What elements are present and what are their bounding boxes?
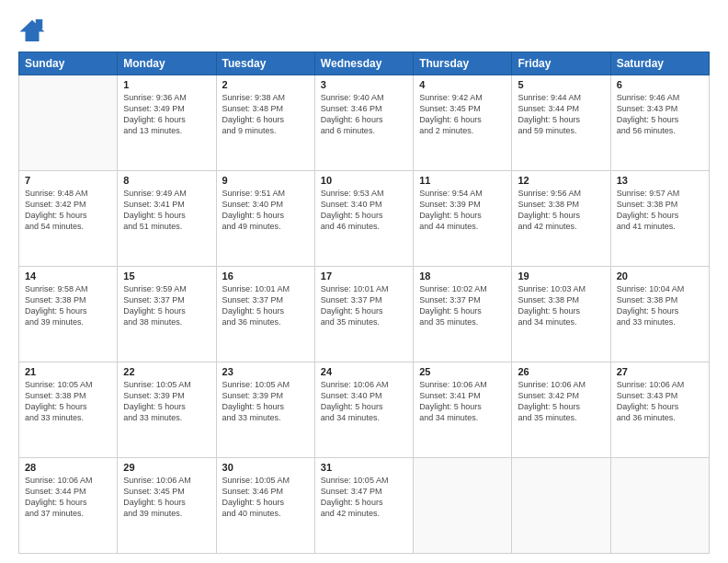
week-row-4: 28Sunrise: 10:06 AM Sunset: 3:44 PM Dayl… [19, 458, 710, 554]
calendar-cell: 3Sunrise: 9:40 AM Sunset: 3:46 PM Daylig… [314, 75, 413, 171]
weekday-header-sunday: Sunday [19, 52, 118, 75]
day-info: Sunrise: 10:01 AM Sunset: 3:37 PM Daylig… [321, 283, 407, 328]
weekday-header-monday: Monday [118, 52, 216, 75]
weekday-header-wednesday: Wednesday [314, 52, 413, 75]
day-number: 25 [419, 366, 506, 377]
calendar-cell: 14Sunrise: 9:58 AM Sunset: 3:38 PM Dayli… [19, 267, 118, 362]
day-number: 14 [25, 270, 111, 282]
day-info: Sunrise: 9:49 AM Sunset: 3:41 PM Dayligh… [123, 188, 210, 233]
calendar-cell: 6Sunrise: 9:46 AM Sunset: 3:43 PM Daylig… [610, 75, 709, 171]
day-number: 19 [518, 270, 604, 282]
weekday-header-tuesday: Tuesday [216, 52, 314, 75]
calendar-cell: 26Sunrise: 10:06 AM Sunset: 3:42 PM Dayl… [512, 362, 610, 458]
day-info: Sunrise: 9:51 AM Sunset: 3:40 PM Dayligh… [222, 188, 309, 233]
day-info: Sunrise: 10:03 AM Sunset: 3:38 PM Daylig… [518, 283, 604, 328]
day-info: Sunrise: 9:54 AM Sunset: 3:39 PM Dayligh… [419, 188, 506, 233]
day-number: 9 [222, 175, 309, 186]
calendar-cell: 11Sunrise: 9:54 AM Sunset: 3:39 PM Dayli… [414, 171, 512, 267]
calendar-cell: 30Sunrise: 10:05 AM Sunset: 3:46 PM Dayl… [216, 458, 314, 554]
day-info: Sunrise: 10:06 AM Sunset: 3:42 PM Daylig… [518, 379, 604, 424]
day-number: 30 [222, 462, 309, 473]
day-info: Sunrise: 9:46 AM Sunset: 3:43 PM Dayligh… [617, 92, 703, 137]
day-number: 18 [419, 270, 506, 282]
day-number: 10 [321, 175, 407, 186]
calendar-cell [610, 458, 709, 554]
day-info: Sunrise: 9:56 AM Sunset: 3:38 PM Dayligh… [518, 188, 604, 233]
day-number: 11 [419, 175, 506, 186]
day-info: Sunrise: 9:36 AM Sunset: 3:49 PM Dayligh… [123, 92, 210, 137]
day-info: Sunrise: 9:58 AM Sunset: 3:38 PM Dayligh… [25, 283, 111, 328]
calendar-cell: 9Sunrise: 9:51 AM Sunset: 3:40 PM Daylig… [216, 171, 314, 267]
day-number: 20 [617, 270, 703, 282]
day-number: 7 [25, 175, 111, 186]
weekday-header-friday: Friday [512, 52, 610, 75]
day-number: 17 [321, 270, 407, 282]
calendar-cell: 15Sunrise: 9:59 AM Sunset: 3:37 PM Dayli… [118, 267, 216, 362]
calendar-cell: 22Sunrise: 10:05 AM Sunset: 3:39 PM Dayl… [118, 362, 216, 458]
day-number: 16 [222, 270, 309, 282]
day-info: Sunrise: 9:40 AM Sunset: 3:46 PM Dayligh… [321, 92, 407, 137]
calendar-cell: 24Sunrise: 10:06 AM Sunset: 3:40 PM Dayl… [314, 362, 413, 458]
day-number: 5 [518, 79, 604, 90]
weekday-header-saturday: Saturday [610, 52, 709, 75]
day-info: Sunrise: 10:02 AM Sunset: 3:37 PM Daylig… [419, 283, 506, 328]
week-row-0: 1Sunrise: 9:36 AM Sunset: 3:49 PM Daylig… [19, 75, 710, 171]
calendar-table: SundayMondayTuesdayWednesdayThursdayFrid… [18, 52, 710, 554]
calendar-cell [512, 458, 610, 554]
day-number: 28 [25, 462, 111, 473]
day-info: Sunrise: 9:53 AM Sunset: 3:40 PM Dayligh… [321, 188, 407, 233]
calendar-cell: 8Sunrise: 9:49 AM Sunset: 3:41 PM Daylig… [118, 171, 216, 267]
day-info: Sunrise: 10:05 AM Sunset: 3:38 PM Daylig… [25, 379, 111, 424]
day-number: 8 [123, 175, 210, 186]
calendar-cell: 7Sunrise: 9:48 AM Sunset: 3:42 PM Daylig… [19, 171, 118, 267]
day-number: 27 [617, 366, 703, 377]
day-number: 12 [518, 175, 604, 186]
day-info: Sunrise: 9:48 AM Sunset: 3:42 PM Dayligh… [25, 188, 111, 233]
day-number: 23 [222, 366, 309, 377]
day-info: Sunrise: 10:04 AM Sunset: 3:38 PM Daylig… [617, 283, 703, 328]
day-info: Sunrise: 9:42 AM Sunset: 3:45 PM Dayligh… [419, 92, 506, 137]
day-info: Sunrise: 9:44 AM Sunset: 3:44 PM Dayligh… [518, 92, 604, 137]
day-number: 24 [321, 366, 407, 377]
calendar-cell: 23Sunrise: 10:05 AM Sunset: 3:39 PM Dayl… [216, 362, 314, 458]
generalblue-logo-icon [18, 17, 46, 44]
calendar-cell: 17Sunrise: 10:01 AM Sunset: 3:37 PM Dayl… [314, 267, 413, 362]
week-row-3: 21Sunrise: 10:05 AM Sunset: 3:38 PM Dayl… [19, 362, 710, 458]
day-info: Sunrise: 10:01 AM Sunset: 3:37 PM Daylig… [222, 283, 309, 328]
calendar-cell: 25Sunrise: 10:06 AM Sunset: 3:41 PM Dayl… [414, 362, 512, 458]
calendar-cell: 13Sunrise: 9:57 AM Sunset: 3:38 PM Dayli… [610, 171, 709, 267]
day-info: Sunrise: 10:06 AM Sunset: 3:44 PM Daylig… [25, 475, 111, 520]
calendar-cell: 12Sunrise: 9:56 AM Sunset: 3:38 PM Dayli… [512, 171, 610, 267]
day-number: 21 [25, 366, 111, 377]
calendar-cell: 27Sunrise: 10:06 AM Sunset: 3:43 PM Dayl… [610, 362, 709, 458]
day-info: Sunrise: 10:06 AM Sunset: 3:43 PM Daylig… [617, 379, 703, 424]
weekday-header-thursday: Thursday [414, 52, 512, 75]
calendar-cell [19, 75, 118, 171]
calendar-cell: 28Sunrise: 10:06 AM Sunset: 3:44 PM Dayl… [19, 458, 118, 554]
week-row-2: 14Sunrise: 9:58 AM Sunset: 3:38 PM Dayli… [19, 267, 710, 362]
calendar-cell: 2Sunrise: 9:38 AM Sunset: 3:48 PM Daylig… [216, 75, 314, 171]
calendar-cell: 21Sunrise: 10:05 AM Sunset: 3:38 PM Dayl… [19, 362, 118, 458]
calendar-cell: 31Sunrise: 10:05 AM Sunset: 3:47 PM Dayl… [314, 458, 413, 554]
calendar-cell: 5Sunrise: 9:44 AM Sunset: 3:44 PM Daylig… [512, 75, 610, 171]
day-number: 4 [419, 79, 506, 90]
day-info: Sunrise: 10:06 AM Sunset: 3:45 PM Daylig… [123, 475, 210, 520]
day-info: Sunrise: 10:06 AM Sunset: 3:41 PM Daylig… [419, 379, 506, 424]
weekday-header-row: SundayMondayTuesdayWednesdayThursdayFrid… [19, 52, 710, 75]
day-number: 22 [123, 366, 210, 377]
day-info: Sunrise: 10:06 AM Sunset: 3:40 PM Daylig… [321, 379, 407, 424]
day-info: Sunrise: 9:38 AM Sunset: 3:48 PM Dayligh… [222, 92, 309, 137]
day-number: 6 [617, 79, 703, 90]
day-info: Sunrise: 10:05 AM Sunset: 3:46 PM Daylig… [222, 475, 309, 520]
day-info: Sunrise: 9:57 AM Sunset: 3:38 PM Dayligh… [617, 188, 703, 233]
day-info: Sunrise: 10:05 AM Sunset: 3:39 PM Daylig… [222, 379, 309, 424]
day-number: 13 [617, 175, 703, 186]
calendar-cell [414, 458, 512, 554]
header [18, 17, 710, 44]
day-info: Sunrise: 10:05 AM Sunset: 3:39 PM Daylig… [123, 379, 210, 424]
day-info: Sunrise: 10:05 AM Sunset: 3:47 PM Daylig… [321, 475, 407, 520]
calendar-cell: 18Sunrise: 10:02 AM Sunset: 3:37 PM Dayl… [414, 267, 512, 362]
week-row-1: 7Sunrise: 9:48 AM Sunset: 3:42 PM Daylig… [19, 171, 710, 267]
calendar-cell: 4Sunrise: 9:42 AM Sunset: 3:45 PM Daylig… [414, 75, 512, 171]
calendar-cell: 20Sunrise: 10:04 AM Sunset: 3:38 PM Dayl… [610, 267, 709, 362]
